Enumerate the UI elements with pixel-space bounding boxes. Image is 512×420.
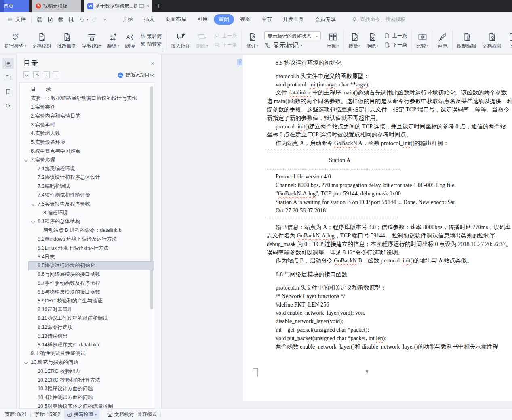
doc-line[interactable]: #define PKT_LEN 256 — [267, 300, 512, 309]
page-indicator[interactable]: 页面: 8/21 — [5, 411, 27, 418]
window-tab-docer[interactable]: 找稻壳模板 — [32, 0, 81, 12]
toc-item[interactable]: 启动站点 B 进程的命令：datalink b — [20, 226, 154, 235]
doc-line[interactable]: ----------------------------------------… — [267, 164, 512, 173]
toolbar-compare-button[interactable]: 比较▾ — [413, 31, 431, 50]
window-tab-home[interactable]: 首页 — [4, 0, 29, 12]
file-menu-button[interactable]: 文件 — [6, 14, 27, 25]
toc-item[interactable]: 1.实验类别 — [20, 103, 154, 112]
doc-line[interactable]: int get_packet(unsigned char *packet); — [267, 326, 512, 334]
toolbar-doc-permission-button[interactable]: 文档权限 — [479, 31, 504, 50]
ribbon-tab-页面布局[interactable]: 页面布局 — [160, 14, 191, 25]
spellcheck-toggle[interactable]: 拼写检查 ▾ — [64, 410, 99, 419]
window-tab-document[interactable]: W基于数据链路层...协议 课程论文× — [84, 0, 152, 12]
ribbon-tab-会员专享[interactable]: 会员专享 — [310, 14, 341, 25]
doc-line[interactable]: Channel: 8000 bps, 270 ms propagation de… — [267, 181, 512, 189]
doc-line[interactable]: 作为站点 A，启动命令 GoBackN A，函数 protocol_init()… — [267, 139, 512, 147]
toc-item[interactable]: 10.研究与探索的问题 — [20, 358, 154, 367]
toc-item[interactable]: 8.8与物理层模块的接口函数 — [20, 288, 154, 296]
toc-item[interactable]: 10.3程序设计方面的问题 — [20, 384, 154, 393]
expand-up-button[interactable] — [33, 71, 40, 78]
toc-item[interactable]: 8.4日志 — [20, 252, 154, 261]
toc-item[interactable]: 9.正确性测试及性能测试 — [20, 349, 154, 358]
toc-item[interactable]: 7.2协议设计和程序总体设计 — [20, 173, 154, 182]
toc-item[interactable]: 10.5对等协议实体之间的流量控制 — [20, 402, 154, 409]
undo-button[interactable] — [77, 15, 86, 24]
ribbon-tab-审阅[interactable]: 审阅 — [214, 14, 234, 25]
print-preview-button[interactable] — [67, 15, 76, 24]
toolbar-prev-change-button[interactable]: 上一条 — [384, 32, 407, 39]
toc-item[interactable]: 10.2CRC 校验和的计算方法 — [20, 376, 154, 384]
doc-line[interactable]: 新指定了新的参数值，默认值就不再起作用。 — [267, 114, 512, 122]
toc-item[interactable]: 实验一：数据链路层滑动窗口协议的设计与实现 — [20, 94, 154, 103]
doc-line[interactable]: /* Network Layer functions */ — [267, 292, 512, 300]
toc-item[interactable]: 7.5实验报告及程序验收 — [20, 200, 154, 208]
collapse-level-button[interactable]: − — [53, 71, 59, 78]
toc-item[interactable]: 8.7事件驱动函数及程序流程 — [20, 279, 154, 288]
sidebar-toc-button[interactable] — [2, 58, 14, 69]
doc-line[interactable]: debug_mask 为 0；TCP 连接建立的信息；本次程序运行的时间坐标 0… — [267, 240, 512, 248]
chevron-down-icon[interactable] — [24, 360, 28, 364]
toc-item[interactable]: 8.3Linux 环境下编译及运行方法 — [20, 244, 154, 252]
toc-item[interactable]: 4.实验组人数 — [20, 129, 154, 138]
ribbon-tab-章节[interactable]: 章节 — [257, 14, 277, 25]
doc-line[interactable]: void protocol_init(int argc, char **argv… — [267, 80, 512, 89]
doc-line[interactable]: ======================================== — [267, 214, 512, 223]
new-tab-button[interactable]: + — [152, 0, 165, 12]
compat-mode-indicator[interactable]: 兼容模式 — [137, 411, 157, 418]
doc-line[interactable]: 两个函数 enable_network_layer()和 disable_net… — [267, 342, 512, 351]
chevron-down-icon[interactable] — [31, 202, 35, 206]
doc-line[interactable]: 8.5 协议运行环境的初始化 — [267, 59, 512, 67]
doc-line[interactable]: protocol_init()建立两个站点之间的 TCP 连接，并且设定时间坐标… — [267, 122, 512, 131]
toolbar-next-change-button[interactable]: 下一条 — [384, 42, 407, 48]
command-search[interactable]: 查找命令、搜索模板 — [352, 16, 406, 23]
doc-line[interactable]: 输出信息：站点为 A；程序库版本号 4.0；信道参数：速率 8000bps，传播… — [267, 223, 512, 231]
markup-state-dropdown[interactable]: 显示标记的最终状态▾ — [264, 32, 321, 40]
sidebar-tasks-button[interactable] — [2, 72, 14, 83]
doc-line[interactable]: protocol.h 头文件中定义的函数原型： — [267, 72, 512, 80]
toc-item[interactable]: 7.实验步骤 — [20, 155, 154, 164]
doc-line[interactable]: void enable_network_layer(void); void — [267, 309, 512, 317]
doc-line[interactable]: 误码率等参数可以调整，详见 8.12“命令行选项”说明。 — [267, 248, 512, 257]
doc-line[interactable]: 递 main()函数的两个同名参数。这样做的目的是从命令行参数中获取站点名及某些… — [267, 97, 512, 105]
doc-line[interactable]: Station A is waiting for station B on TC… — [267, 198, 512, 206]
smart-toc-button[interactable]: 智能识别目录 — [118, 71, 154, 78]
toolbar-translate-button[interactable]: a中翻译▾ — [104, 31, 122, 50]
toc-item[interactable]: 目 录 — [20, 85, 154, 94]
toc-item[interactable]: 8.14样例程序文件 datalink.c — [20, 340, 154, 349]
toolbar-grading-button[interactable]: 批改服务 — [54, 31, 79, 50]
toc-item[interactable]: 7.4软件测试和性能评价 — [20, 191, 154, 200]
toc-item[interactable]: 8.12命令行选项 — [20, 323, 154, 332]
doc-line[interactable]: 文件 datalink.c 中的主程序 main()必须首先调用此函数对运行环境… — [267, 88, 512, 97]
save-button[interactable] — [35, 15, 44, 24]
toolbar-read-aloud-button[interactable]: A朗读 — [122, 31, 138, 50]
export-button[interactable] — [46, 15, 55, 24]
monitor-icon[interactable] — [139, 4, 144, 8]
doc-line[interactable]: Protocol.lib, version 4.0 — [267, 172, 512, 181]
toc-item[interactable]: 6.教学要点与学习难点 — [20, 147, 154, 156]
ribbon-tab-开始[interactable]: 开始 — [118, 14, 138, 25]
ribbon-tab-视图[interactable]: 视图 — [235, 14, 255, 25]
doc-line[interactable]: 统参数的手段。这些选项包括重新指定日志文件，指定 TCP 端口号，设定误码率，等… — [267, 105, 512, 114]
collapse-all-button[interactable] — [23, 71, 30, 78]
toolbar-track-changes-button[interactable]: 修订▾ — [243, 31, 261, 50]
ribbon-tab-引用[interactable]: 引用 — [192, 14, 213, 25]
toolbar-spellcheck-button[interactable]: abc拼写检查▾ — [2, 31, 29, 50]
sidebar-bookmark-button[interactable] — [2, 86, 14, 97]
toolbar-restrict-edit-button[interactable]: 限制编辑 — [454, 31, 479, 50]
toc-item[interactable]: 8.2Windows 环境下编译及运行方法 — [20, 235, 154, 244]
toolbar-insert-comment-button[interactable]: 插入批注 — [168, 31, 193, 50]
toolbar-review-pane-button[interactable]: 审阅▾ — [324, 31, 342, 50]
more-button[interactable] — [100, 15, 110, 24]
close-icon[interactable]: × — [146, 3, 149, 9]
toc-item[interactable]: 8.9CRC 校验和的产生与验证 — [20, 296, 154, 305]
doc-line[interactable]: "GoBackN-A.log", TCP port 59144, debug m… — [267, 189, 512, 198]
toc-item[interactable]: 8.6与网络层模块的接口函数 — [20, 270, 154, 279]
doc-line[interactable]: disable_network_layer(void); — [267, 317, 512, 326]
ribbon-tab-开发工具[interactable]: 开发工具 — [278, 14, 309, 25]
toolbar-show-markup-button[interactable]: 显示标记▾ — [264, 42, 321, 49]
doc-line[interactable]: void put_packet(unsigned char *packet, i… — [267, 334, 512, 342]
doc-proof-button[interactable]: 文档校对 — [107, 411, 134, 418]
toc-item[interactable]: 8.编程环境 — [20, 208, 154, 217]
doc-line[interactable]: 8.6 与网络层模块的接口函数 — [267, 270, 512, 279]
doc-line[interactable]: 志文件名为 GoBackN-A.log，TCP 端口号 59144， 控制协议软… — [267, 231, 512, 240]
